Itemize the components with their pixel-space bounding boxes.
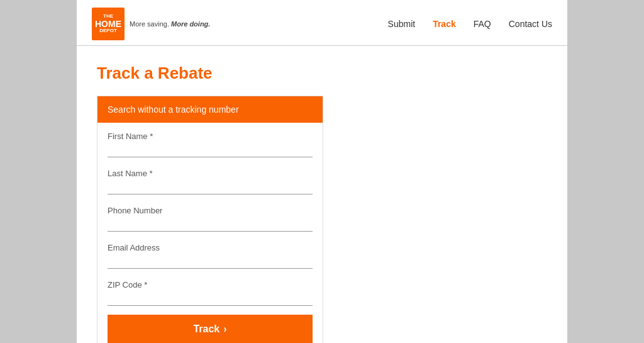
nav-submit[interactable]: Submit — [388, 19, 416, 29]
form-group-lastname: Last Name * — [108, 160, 313, 194]
logo-box: THE HOME DEPOT — [92, 8, 125, 40]
logo-tagline: More saving. More doing. — [130, 20, 210, 28]
input-firstname[interactable] — [108, 141, 313, 153]
nav-contact[interactable]: Contact Us — [509, 19, 552, 29]
track-button[interactable]: Track › — [108, 315, 313, 343]
form-group-phone: Phone Number — [108, 197, 313, 232]
nav-faq[interactable]: FAQ — [474, 19, 491, 29]
form-group-firstname: First Name * — [108, 123, 313, 157]
logo-text-bottom: DEPOT — [99, 28, 117, 34]
chevron-right-icon: › — [223, 323, 226, 335]
page-wrapper: THE HOME DEPOT More saving. More doing. … — [77, 0, 567, 343]
input-email[interactable] — [108, 252, 313, 264]
nav-track[interactable]: Track — [433, 19, 456, 29]
main-nav: Submit Track FAQ Contact Us — [388, 19, 552, 29]
label-email: Email Address — [108, 243, 313, 252]
form-group-zip: ZIP Code * — [108, 271, 313, 306]
input-phone[interactable] — [108, 215, 313, 227]
tagline-bold: More doing. — [171, 20, 210, 28]
tagline-plain: More saving. — [130, 20, 169, 28]
form-group-email: Email Address — [108, 234, 313, 269]
label-lastname: Last Name * — [108, 169, 313, 178]
label-phone: Phone Number — [108, 206, 313, 215]
main-content: Track a Rebate Search without a tracking… — [77, 46, 567, 343]
logo-area: THE HOME DEPOT More saving. More doing. — [92, 8, 210, 40]
label-firstname: First Name * — [108, 132, 313, 141]
card-header: Search without a tracking number — [97, 96, 323, 123]
label-zip: ZIP Code * — [108, 280, 313, 290]
track-button-label: Track — [193, 323, 219, 335]
page-title: Track a Rebate — [97, 64, 547, 83]
card-body: First Name * Last Name * Phone Number Em… — [97, 123, 323, 343]
input-zip[interactable] — [108, 290, 313, 301]
header: THE HOME DEPOT More saving. More doing. … — [77, 0, 567, 46]
input-lastname[interactable] — [108, 178, 313, 190]
search-card: Search without a tracking number First N… — [97, 96, 323, 343]
card-header-text: Search without a tracking number — [108, 104, 239, 115]
logo-text-main: HOME — [95, 20, 121, 28]
